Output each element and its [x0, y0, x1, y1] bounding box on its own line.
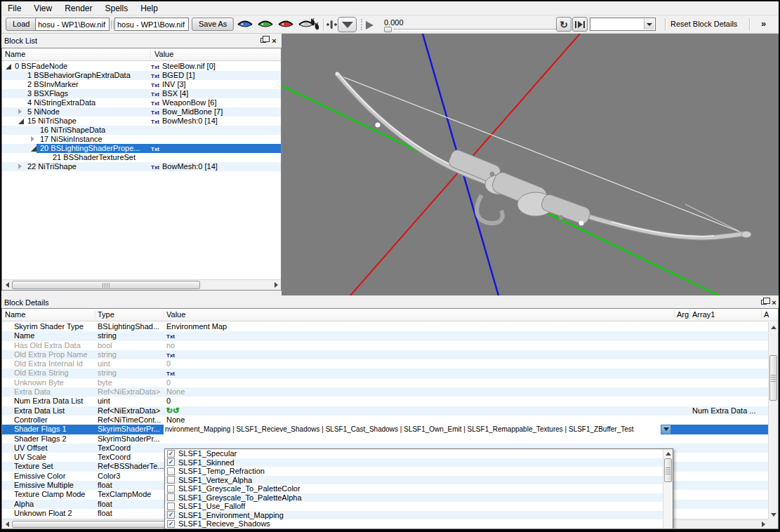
column-header-name[interactable]: Name [5, 50, 25, 58]
tree-expand-arrow-icon[interactable] [18, 119, 24, 124]
flag-option[interactable]: ✓SLSF1_Cast_Shadows [165, 528, 663, 530]
save-path-input[interactable] [114, 18, 189, 31]
tree-row[interactable]: 16 NiTriShapeData [2, 126, 281, 135]
scroll-up-icon[interactable] [663, 449, 673, 458]
detail-row[interactable]: NamestringTxt [2, 331, 768, 340]
flag-option[interactable]: ✓SLSF1_Environment_Mapping [165, 511, 663, 520]
column-header-array1[interactable]: Array1 [692, 310, 715, 319]
dropdown-vscrollbar[interactable] [663, 449, 673, 529]
column-header-value[interactable]: Value [166, 310, 185, 319]
scrollbar-thumb[interactable] [664, 458, 672, 482]
tree-row[interactable]: 17 NiSkinInstance [2, 135, 281, 144]
menu-item-render[interactable]: Render [58, 2, 98, 15]
save-as-button[interactable]: Save As [192, 18, 234, 31]
menu-item-spells[interactable]: Spells [99, 2, 135, 15]
tree-expand-arrow-icon[interactable] [18, 109, 22, 114]
float-panel-button[interactable] [258, 36, 267, 45]
scroll-down-icon[interactable] [769, 510, 778, 519]
scroll-left-icon[interactable] [2, 520, 12, 528]
checkbox-icon[interactable]: ✓ [167, 528, 175, 529]
flag-option[interactable]: ✓SLSF1_Specular [165, 449, 663, 458]
checkbox-icon[interactable] [167, 503, 175, 510]
combobox-dropdown-button[interactable] [661, 425, 671, 434]
checkbox-icon[interactable] [167, 485, 175, 493]
flag-option[interactable]: ✓SLSF1_Skinned [165, 458, 663, 467]
refresh-green-icon[interactable]: ↻↺ [166, 406, 179, 415]
scroll-right-icon[interactable] [271, 280, 281, 290]
block-list-hscrollbar[interactable] [2, 279, 281, 290]
scrollbar-thumb[interactable] [12, 281, 200, 289]
detail-row[interactable]: Skyrim Shader TypeBSLightingShad...Envir… [2, 322, 768, 331]
detail-row[interactable]: Unknown Bytebyte0 [2, 378, 768, 387]
checkbox-icon[interactable]: ✓ [167, 450, 175, 458]
flag-option[interactable]: SLSF1_Greyscale_To_PaletteAlpha [165, 493, 663, 503]
combo-arrow-button[interactable] [644, 19, 654, 29]
toolbar-overflow-chevron[interactable]: » [761, 18, 766, 29]
load-path-input[interactable] [35, 18, 110, 31]
menu-item-file[interactable]: File [1, 2, 27, 15]
detail-row[interactable]: Extra DataRef<NiExtraData>None [2, 387, 768, 397]
tree-row[interactable]: 0 BSFadeNodeTxtSteelBow.nif [0] [2, 62, 281, 71]
reset-block-details-button[interactable]: Reset Block Details [670, 20, 737, 28]
tree-row[interactable]: 20 BSLightingShaderPrope...Txt [2, 144, 281, 153]
tree-expand-arrow-icon[interactable] [31, 146, 37, 152]
float-panel-button[interactable] [759, 298, 768, 307]
scroll-right-icon[interactable] [758, 520, 768, 528]
viewport-3d[interactable] [282, 34, 779, 295]
tree-expand-arrow-icon[interactable] [31, 136, 34, 142]
tree-row[interactable]: 3 BSXFlagsTxtBSX [4] [2, 89, 281, 98]
detail-row[interactable]: Has Old Extra Databoolno [2, 341, 768, 350]
center-view-icon[interactable] [326, 20, 337, 31]
eye-green-icon[interactable] [258, 20, 273, 29]
frame-step-button[interactable] [572, 17, 588, 32]
flag-option[interactable]: ✓SLSF1_Recieve_Shadows [165, 519, 663, 528]
column-header-type[interactable]: Type [98, 310, 114, 319]
loop-button[interactable]: ↻ [556, 17, 571, 32]
tree-row[interactable]: 21 BSShaderTextureSet [2, 153, 281, 162]
detail-row[interactable]: ControllerRef<NiTimeCont...None [2, 415, 768, 425]
eye-blue-icon[interactable] [237, 20, 253, 29]
detail-row[interactable]: Num Extra Data Listuint0 [2, 397, 768, 406]
scrollbar-thumb[interactable] [769, 355, 777, 401]
close-panel-button[interactable]: × [769, 298, 779, 307]
checkbox-icon[interactable]: ✓ [167, 511, 175, 519]
tree-row[interactable]: 4 NiStringExtraDataTxtWeaponBow [6] [2, 98, 281, 107]
detail-row[interactable]: Old Extra Internal Iduint0 [2, 359, 768, 368]
checkbox-icon[interactable]: ✓ [167, 458, 175, 466]
animation-select[interactable] [590, 18, 656, 31]
flag-option[interactable]: SLSF1_Temp_Refraction [165, 467, 663, 476]
flag-option[interactable]: SLSF1_Use_Falloff [165, 502, 663, 511]
detail-row[interactable]: Old Extra Prop NamestringTxt [2, 350, 768, 359]
flag-option[interactable]: SLSF1_Vertex_Alpha [165, 476, 663, 485]
scroll-up-icon[interactable] [769, 322, 778, 332]
eye-red-icon[interactable] [278, 20, 293, 29]
checkbox-icon[interactable] [167, 467, 175, 475]
menu-item-help[interactable]: Help [134, 2, 164, 15]
column-header-value[interactable]: Value [154, 50, 173, 58]
block-details-vscrollbar[interactable] [768, 322, 778, 519]
checkbox-icon[interactable] [167, 476, 175, 484]
footprints-icon[interactable] [310, 18, 319, 32]
time-slider[interactable] [393, 29, 556, 31]
tree-expand-arrow-icon[interactable] [6, 64, 11, 69]
flag-option[interactable]: SLSF1_Greyscale_To_PaletteColor [165, 484, 663, 493]
scroll-left-icon[interactable] [2, 280, 12, 290]
play-icon[interactable] [366, 21, 374, 29]
camera-menu-button[interactable] [338, 17, 357, 32]
tree-row[interactable]: 5 NiNodeTxtBow_MidBone [7] [2, 107, 281, 117]
tree-row[interactable]: 1 BSBehaviorGraphExtraDataTxtBGED [1] [2, 71, 281, 80]
scroll-down-icon[interactable] [663, 528, 673, 529]
shader-flags1-combobox[interactable]: nvironment_Mapping | SLSF1_Recieve_Shado… [164, 425, 671, 434]
detail-row[interactable]: Extra Data ListRef<NiExtraData>↻↺Num Ext… [2, 406, 768, 415]
tree-expand-arrow-icon[interactable] [18, 164, 22, 169]
checkbox-icon[interactable] [167, 493, 175, 501]
column-header-name[interactable]: Name [5, 310, 25, 319]
time-slider-handle[interactable] [384, 27, 392, 32]
column-header-a[interactable]: A [764, 310, 769, 319]
detail-row[interactable]: Old Extra StringstringTxt [2, 368, 768, 378]
tree-row[interactable]: 22 NiTriShapeTxtBowMesh:0 [14] [2, 162, 281, 171]
detail-row[interactable]: Shader Flags 1SkyrimShaderPr...nvironmen… [2, 425, 768, 434]
checkbox-icon[interactable]: ✓ [167, 520, 175, 528]
detail-row[interactable]: Shader Flags 2SkyrimShaderPr... [2, 434, 768, 444]
load-button[interactable]: Load [6, 18, 37, 31]
